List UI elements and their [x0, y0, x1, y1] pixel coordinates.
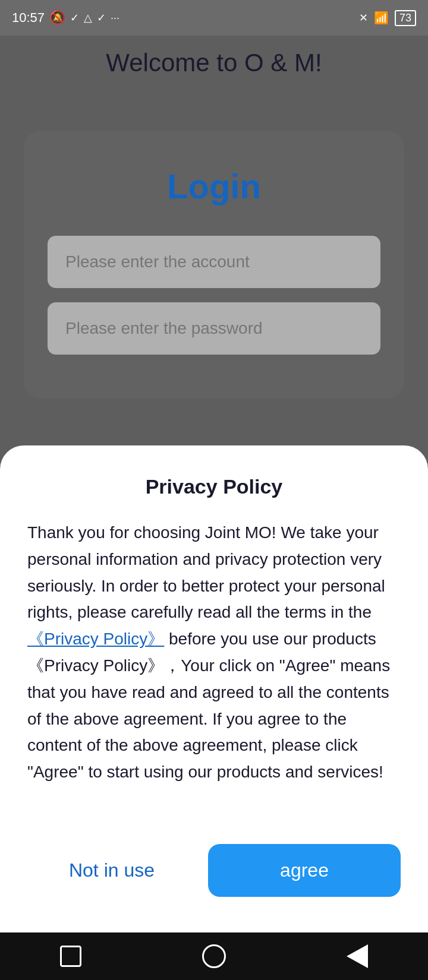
body-text-1: Thank you for choosing Joint MO! We take… [27, 523, 385, 621]
login-card: Login [24, 131, 404, 399]
wifi-icon: 📶 [374, 11, 389, 25]
agree-button[interactable]: agree [208, 844, 401, 897]
back-nav-button[interactable] [347, 944, 368, 968]
battery-display: 73 [395, 10, 416, 26]
check-icon-2: ✓ [97, 11, 106, 24]
square-nav-button[interactable] [60, 946, 81, 967]
modal-title: Privacy Policy [27, 475, 401, 498]
close-icon: ✕ [359, 11, 368, 24]
status-bar: 10:57 🔕 ✓ △ ✓ ··· ✕ 📶 73 [0, 0, 428, 36]
triangle-icon [347, 944, 368, 968]
check-icon-1: ✓ [70, 11, 79, 24]
welcome-title: Welcome to O & M! [0, 49, 428, 77]
modal-sheet: Privacy Policy Thank you for choosing Jo… [0, 445, 428, 932]
more-icon: ··· [111, 12, 119, 24]
square-icon [60, 946, 81, 967]
time-display: 10:57 [12, 10, 45, 26]
privacy-policy-modal: Privacy Policy Thank you for choosing Jo… [0, 445, 428, 980]
password-input[interactable] [48, 302, 380, 355]
privacy-link[interactable]: 《Privacy Policy》 [27, 630, 164, 648]
login-title: Login [48, 166, 380, 206]
home-nav-button[interactable] [202, 944, 226, 968]
modal-buttons: Not in use agree [27, 844, 401, 903]
status-bar-right: ✕ 📶 73 [359, 10, 416, 26]
modal-body: Thank you for choosing Joint MO! We take… [27, 520, 401, 820]
circle-icon [202, 944, 226, 968]
nav-bar [0, 932, 428, 980]
body-text-2: before you use our products 《Privacy Pol… [27, 630, 390, 781]
status-bar-left: 10:57 🔕 ✓ △ ✓ ··· [12, 10, 119, 26]
account-input[interactable] [48, 236, 380, 288]
vibrate-icon: 🔕 [49, 10, 65, 26]
not-in-use-button[interactable]: Not in use [27, 848, 196, 893]
drive-icon: △ [84, 11, 92, 24]
